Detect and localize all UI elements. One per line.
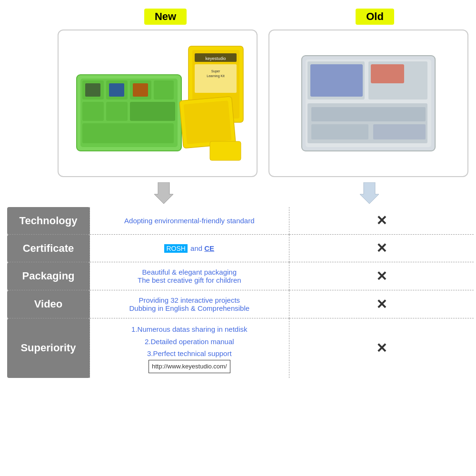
certificate-cross: ✕: [376, 241, 387, 256]
technology-label: Technology: [7, 207, 90, 235]
arrows-row: [0, 177, 476, 205]
header-row: New Old: [0, 0, 476, 25]
packaging-line2: The best creative gift for children: [138, 276, 241, 284]
svg-rect-17: [195, 64, 237, 93]
certificate-new: ROSH and CE: [90, 235, 289, 262]
svg-rect-21: [184, 100, 232, 144]
rosh-badge: ROSH: [164, 244, 187, 253]
page-container: New Old: [0, 0, 476, 476]
svg-text:keyestudio: keyestudio: [206, 56, 226, 61]
technology-new: Adopting environmental-friendly standard: [90, 207, 289, 235]
technology-cross: ✕: [376, 213, 387, 228]
svg-rect-6: [82, 102, 104, 121]
svg-rect-5: [154, 80, 174, 99]
superiority-line1: 1.Numerous datas sharing in netdisk: [131, 325, 247, 333]
superiority-line2: 2.Detailed operation manual: [145, 337, 234, 346]
svg-rect-9: [82, 123, 174, 143]
video-cross: ✕: [376, 297, 387, 312]
svg-text:Learning Kit: Learning Kit: [207, 74, 225, 78]
new-product-image: keyestudio Super Learning Kit: [67, 37, 248, 170]
certificate-label: Certificate: [7, 235, 90, 262]
video-line1: Providing 32 interactive projects: [139, 296, 240, 304]
video-line2: Dubbing in English & Comprehensible: [129, 304, 249, 312]
superiority-old: ✕: [289, 318, 474, 378]
new-label: New: [144, 9, 187, 25]
svg-rect-8: [130, 102, 175, 121]
svg-rect-22: [210, 141, 241, 160]
superiority-label: Superiority: [7, 318, 90, 378]
svg-rect-7: [106, 102, 128, 121]
old-product-frame: [268, 30, 468, 177]
svg-rect-10: [85, 83, 100, 97]
svg-marker-34: [154, 182, 173, 204]
svg-text:Super: Super: [211, 69, 220, 73]
technology-new-text: Adopting environmental-friendly standard: [124, 217, 255, 225]
ce-badge: CE: [204, 244, 214, 252]
packaging-cross: ✕: [376, 269, 387, 284]
technology-row: Technology Adopting environmental-friend…: [7, 207, 474, 235]
video-new: Providing 32 interactive projects Dubbin…: [90, 290, 289, 318]
packaging-new: Beautiful & elegant packaging The best c…: [90, 262, 289, 290]
svg-rect-12: [133, 83, 148, 97]
svg-marker-35: [360, 182, 379, 204]
video-label: Video: [7, 290, 90, 318]
video-row: Video Providing 32 interactive projects …: [7, 290, 474, 318]
old-product-image: [292, 46, 445, 160]
certificate-row: Certificate ROSH and CE ✕: [7, 235, 474, 262]
technology-old: ✕: [289, 207, 474, 235]
and-text: and: [190, 244, 204, 252]
comparison-table: Technology Adopting environmental-friend…: [7, 207, 474, 378]
packaging-line1: Beautiful & elegant packaging: [142, 268, 237, 276]
superiority-line3: 3.Perfect technical support: [147, 349, 232, 357]
superiority-url[interactable]: http://www.keyestudio.com/: [149, 360, 230, 373]
images-row: keyestudio Super Learning Kit: [0, 25, 476, 177]
old-arrow: [357, 181, 381, 205]
new-product-frame: keyestudio Super Learning Kit: [58, 30, 258, 177]
superiority-row: Superiority 1.Numerous datas sharing in …: [7, 318, 474, 378]
new-arrow: [152, 181, 176, 205]
superiority-cross: ✕: [376, 341, 387, 356]
superiority-new: 1.Numerous datas sharing in netdisk 2.De…: [90, 318, 289, 378]
packaging-row: Packaging Beautiful & elegant packaging …: [7, 262, 474, 290]
svg-rect-33: [302, 56, 435, 151]
old-label: Old: [356, 9, 394, 25]
packaging-label: Packaging: [7, 262, 90, 290]
packaging-old: ✕: [289, 262, 474, 290]
svg-rect-11: [109, 83, 124, 97]
certificate-old: ✕: [289, 235, 474, 262]
video-old: ✕: [289, 290, 474, 318]
